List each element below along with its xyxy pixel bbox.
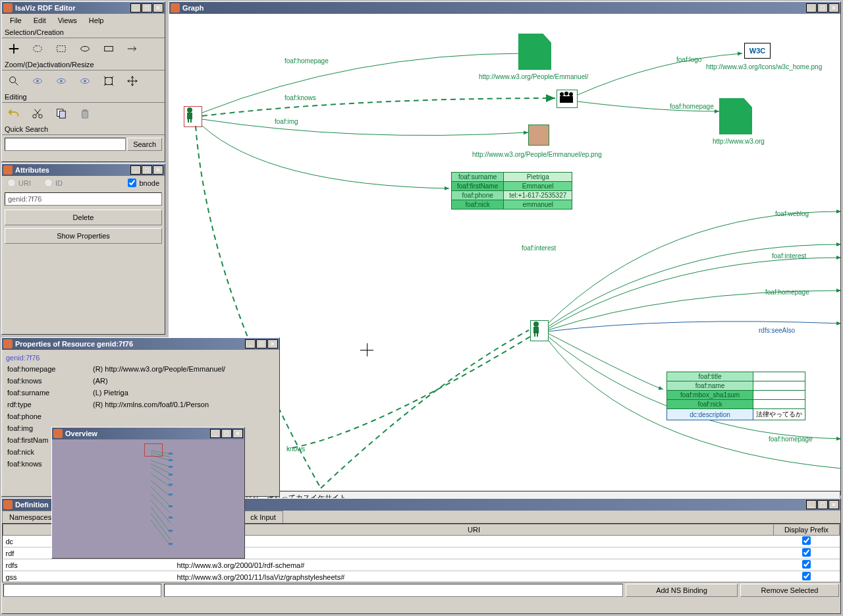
tool-lasso[interactable] <box>28 41 47 57</box>
minimize-button[interactable]: _ <box>806 500 817 509</box>
svg-rect-49 <box>169 517 173 518</box>
tool-eye3[interactable] <box>76 73 94 89</box>
tool-eye1[interactable] <box>28 73 47 89</box>
menu-edit[interactable]: Edit <box>28 15 51 26</box>
tool-rect[interactable] <box>99 41 118 57</box>
maximize-button[interactable]: □ <box>256 339 267 349</box>
minimize-button[interactable]: _ <box>806 3 817 13</box>
tool-delete[interactable] <box>76 105 94 121</box>
person-node-green[interactable] <box>530 320 549 341</box>
svg-rect-1 <box>57 46 66 52</box>
add-binding-button[interactable]: Add NS Binding <box>626 584 738 597</box>
property-row[interactable]: foaf:surname(L) Pietriga <box>5 387 277 399</box>
search-button[interactable]: Search <box>127 138 162 151</box>
person-node-red[interactable] <box>184 106 202 127</box>
properties-titlebar[interactable]: Properties of Resource genid:7f76 _ □ × <box>2 338 279 350</box>
w3c-logo-node[interactable]: W3C <box>744 43 771 59</box>
maximize-button[interactable]: □ <box>142 165 152 175</box>
photo-node[interactable] <box>528 125 549 146</box>
java-icon <box>3 3 13 13</box>
properties-title: Properties of Resource genid:7f76 <box>15 340 245 348</box>
tool-resize[interactable] <box>99 73 118 89</box>
maximize-button[interactable]: □ <box>817 500 828 509</box>
section-zoom: Zoom/(De)activation/Resize <box>2 59 165 70</box>
graph-title: Graph <box>182 4 806 12</box>
ns-display-checkbox[interactable] <box>774 536 840 547</box>
overview-canvas[interactable] <box>52 439 244 558</box>
tool-cut[interactable] <box>28 105 47 121</box>
svg-rect-50 <box>169 530 173 532</box>
search-input[interactable] <box>5 138 126 151</box>
edge-label: foaf:homepage <box>765 289 809 296</box>
property-key: foaf:surname <box>7 389 93 397</box>
property-row[interactable]: foaf:knows(AR) <box>5 375 277 387</box>
close-button[interactable]: × <box>267 339 278 349</box>
remove-selected-button[interactable]: Remove Selected <box>740 584 839 597</box>
delete-button[interactable]: Delete <box>5 210 162 225</box>
tool-ellipse[interactable] <box>76 41 94 57</box>
group-node[interactable] <box>557 90 578 108</box>
edge-label: foaf:weblog <box>775 210 809 217</box>
tool-move[interactable] <box>123 73 142 89</box>
ns-uri: nts/1.1/ <box>175 536 774 547</box>
svg-line-31 <box>151 461 171 467</box>
property-table-1[interactable]: foaf:surnamePietriga foaf:firstNameEmman… <box>451 172 572 210</box>
close-button[interactable]: × <box>829 500 839 509</box>
tab-namespaces[interactable]: Namespaces <box>2 511 59 523</box>
svg-rect-0 <box>34 46 42 52</box>
property-table-2[interactable]: foaf:title foaf:name foaf:mbox_sha1sum f… <box>666 372 805 420</box>
minimize-button[interactable]: _ <box>130 165 141 175</box>
svg-point-6 <box>36 80 39 82</box>
close-button[interactable]: × <box>829 3 839 13</box>
radio-id[interactable]: ID <box>44 179 63 187</box>
close-button[interactable]: × <box>153 165 163 175</box>
namespace-row[interactable]: rdfshttp://www.w3.org/2000/01/rdf-schema… <box>3 559 840 571</box>
maximize-button[interactable]: □ <box>221 429 232 438</box>
close-button[interactable]: × <box>153 3 163 13</box>
minimize-button[interactable]: _ <box>210 429 221 438</box>
tool-magnify[interactable] <box>5 73 23 89</box>
menu-help[interactable]: Help <box>84 15 109 26</box>
checkbox-bnode[interactable]: bnode <box>128 179 159 187</box>
svg-rect-17 <box>187 113 192 119</box>
prefix-input[interactable] <box>3 584 161 597</box>
editor-titlebar[interactable]: IsaViz RDF Editor _ □ × <box>2 2 165 14</box>
attribute-type-row: URI ID bnode <box>2 176 165 190</box>
ns-display-checkbox[interactable] <box>774 571 840 583</box>
tool-rect-select[interactable] <box>52 41 70 57</box>
ns-display-checkbox[interactable] <box>774 559 840 571</box>
tool-eye2[interactable] <box>52 73 70 89</box>
attributes-titlebar[interactable]: Attributes _ □ × <box>2 164 165 176</box>
menu-views[interactable]: Views <box>53 15 82 26</box>
close-button[interactable]: × <box>232 429 243 438</box>
property-row[interactable]: rdf:type(R) http://xmlns.com/foaf/0.1/Pe… <box>5 399 277 410</box>
overview-titlebar[interactable]: Overview _ □ × <box>52 428 244 439</box>
svg-line-41 <box>151 520 171 546</box>
minimize-button[interactable]: _ <box>245 339 256 349</box>
graph-titlebar[interactable]: Graph _ □ × <box>169 2 840 14</box>
tool-copy[interactable] <box>52 105 70 121</box>
maximize-button[interactable]: □ <box>817 3 828 13</box>
tab-input[interactable]: ck Input <box>243 511 283 523</box>
property-row[interactable]: foaf:homepage(R) http://www.w3.org/Peopl… <box>5 363 277 375</box>
col-uri[interactable]: URI <box>175 524 774 536</box>
tool-cross[interactable] <box>5 41 23 57</box>
maximize-button[interactable]: □ <box>142 3 152 13</box>
resource-id-field[interactable] <box>5 192 162 206</box>
tool-arrow[interactable] <box>123 41 142 57</box>
minimize-button[interactable]: _ <box>130 3 141 13</box>
col-prefix[interactable]: Display Prefix <box>774 524 840 536</box>
document-node-2[interactable] <box>719 98 752 134</box>
document-node[interactable] <box>518 34 551 70</box>
svg-rect-47 <box>169 493 173 495</box>
show-properties-button[interactable]: Show Properties <box>5 228 162 244</box>
uri-input[interactable] <box>164 584 623 597</box>
ns-display-checkbox[interactable] <box>774 547 840 559</box>
property-row[interactable]: foaf:phone <box>5 410 277 422</box>
menu-file[interactable]: File <box>5 15 27 26</box>
radio-uri[interactable]: URI <box>7 179 31 187</box>
tool-undo[interactable] <box>5 105 23 121</box>
namespace-row[interactable]: gsshttp://www.w3.org/2001/11/IsaViz/grap… <box>3 571 840 583</box>
edge-label: foaf:logo <box>676 56 701 63</box>
ns-uri: http://www.w3.org/2000/01/rdf-schema# <box>175 559 774 571</box>
